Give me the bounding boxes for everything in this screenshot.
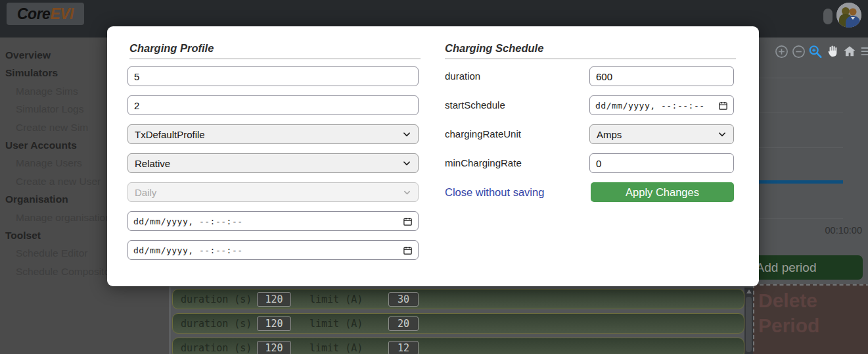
chevron-down-icon xyxy=(402,159,411,168)
zoom-out-icon[interactable] xyxy=(791,44,806,59)
logo-text-evi: EVI xyxy=(50,5,74,23)
calendar-icon[interactable] xyxy=(403,216,413,226)
duration-input[interactable] xyxy=(257,292,291,307)
startschedule-datetime-input[interactable]: dd/mm/yyyy, --:--:-- xyxy=(589,95,734,115)
scrollbar-thumb[interactable] xyxy=(746,297,752,352)
logo-text-core: Core xyxy=(17,5,50,23)
recurrencykind-select: Daily xyxy=(127,182,419,202)
charging-profile-modal: Charging Profile chargingProfileId stack… xyxy=(107,26,759,286)
chevron-down-icon xyxy=(402,130,411,139)
close-without-saving-link[interactable]: Close without saving xyxy=(445,186,544,198)
selected-value: Amps xyxy=(597,129,718,140)
chargingprofilekind-select[interactable]: Relative xyxy=(127,153,419,173)
duration-label: duration (s) xyxy=(181,293,254,305)
delete-period-dropzone[interactable]: Delete Period xyxy=(753,284,868,354)
user-avatar[interactable] xyxy=(836,3,861,28)
limit-label: limit (A) xyxy=(309,293,373,305)
charging-schedule-section: Charging Schedule duration startSchedule… xyxy=(445,26,736,202)
selected-value: TxDefaultProfile xyxy=(135,129,402,140)
startschedule-label: startSchedule xyxy=(445,99,505,111)
pan-hand-icon[interactable] xyxy=(825,44,840,59)
menu-icon[interactable] xyxy=(859,44,868,59)
duration-input[interactable] xyxy=(589,66,734,86)
charging-schedule-title: Charging Schedule xyxy=(445,42,736,59)
chevron-down-icon xyxy=(718,130,727,139)
magnifier-icon[interactable] xyxy=(808,44,823,59)
duration-label: duration (s) xyxy=(181,342,254,354)
limit-label: limit (A) xyxy=(309,342,373,354)
chargingrateunit-select[interactable]: Amps xyxy=(589,124,734,144)
charging-profile-section: Charging Profile chargingProfileId stack… xyxy=(129,26,421,260)
home-icon[interactable] xyxy=(842,44,857,59)
zoom-in-icon[interactable] xyxy=(774,44,788,59)
calendar-icon[interactable] xyxy=(403,245,413,255)
periods-scrollbar[interactable] xyxy=(744,288,753,354)
chevron-down-icon xyxy=(403,188,411,197)
validfrom-datetime-input[interactable]: dd/mm/yyyy, --:--:-- xyxy=(127,211,419,231)
datetime-placeholder: dd/mm/yyyy, --:--:-- xyxy=(133,216,403,226)
charging-profile-title: Charging Profile xyxy=(129,42,421,59)
limit-input[interactable] xyxy=(388,341,419,354)
datetime-placeholder: dd/mm/yyyy, --:--:-- xyxy=(595,101,718,111)
minchargingrate-input[interactable] xyxy=(589,153,734,173)
minchargingrate-label: minChargingRate xyxy=(445,157,522,168)
selected-value: Relative xyxy=(135,158,402,169)
validto-datetime-input[interactable]: dd/mm/yyyy, --:--:-- xyxy=(127,240,419,260)
limit-input[interactable] xyxy=(388,316,419,331)
nav-pill-indicator xyxy=(823,9,833,24)
scroll-up-arrow-icon[interactable] xyxy=(746,290,752,293)
duration-input[interactable] xyxy=(257,341,291,354)
limit-label: limit (A) xyxy=(309,318,373,330)
limit-input[interactable] xyxy=(388,292,419,307)
duration-label: duration xyxy=(445,70,480,82)
stacklevel-input[interactable] xyxy=(127,95,419,115)
period-row[interactable]: duration (s) limit (A) xyxy=(172,313,744,334)
coreevi-logo[interactable]: CoreEVI xyxy=(7,3,84,25)
duration-input[interactable] xyxy=(257,316,291,331)
rows-left-edge xyxy=(169,288,171,354)
duration-label: duration (s) xyxy=(181,318,254,330)
calendar-icon[interactable] xyxy=(718,101,728,111)
group-avatar-image xyxy=(836,3,861,28)
period-row[interactable]: duration (s) limit (A) xyxy=(172,338,744,354)
chart-toolbar xyxy=(774,44,868,59)
apply-changes-button[interactable]: Apply Changes xyxy=(591,182,734,202)
chargingprofileid-input[interactable] xyxy=(127,66,419,86)
chargingprofilepurpose-select[interactable]: TxDefaultProfile xyxy=(127,124,419,144)
chart-time-label: 00:10:00 xyxy=(813,225,862,236)
selected-value: Daily xyxy=(135,187,403,198)
period-row[interactable]: duration (s) limit (A) xyxy=(172,289,744,309)
chargingrateunit-label: chargingRateUnit xyxy=(445,128,521,139)
datetime-placeholder: dd/mm/yyyy, --:--:-- xyxy=(133,245,403,255)
